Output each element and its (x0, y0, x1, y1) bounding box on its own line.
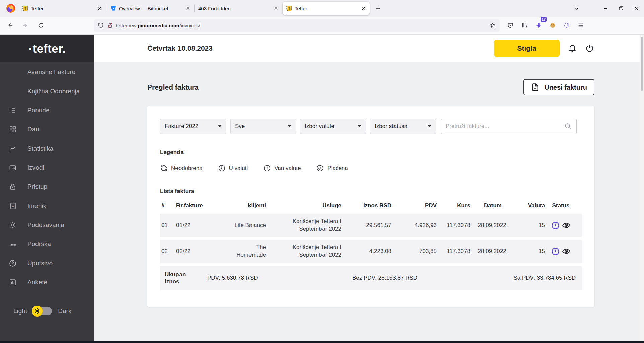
scrollbar-thumb[interactable] (641, 37, 643, 91)
col-header-br-fakture: Br.fakture (175, 202, 212, 209)
status-van-valute-icon[interactable] (551, 247, 560, 256)
legend-label: U valuti (229, 165, 248, 172)
download-count-badge: 17 (541, 17, 547, 22)
downloads-button[interactable]: 17 (532, 19, 545, 32)
add-invoice-label: Unesi fakturu (544, 83, 587, 91)
sidebar-item-label: Pristup (27, 183, 47, 190)
table-row[interactable]: 02 02/22 The Homemade Korišćenje Teftera… (160, 240, 582, 263)
sidebar-item-ankete[interactable]: Ankete (0, 273, 94, 292)
sun-icon (34, 308, 41, 315)
sidebar-item-podrska[interactable]: Podrška (0, 234, 94, 253)
cookie-extension-button[interactable] (547, 19, 559, 32)
table-row[interactable]: 01 01/22 Life Balance Korišćenje Teftera… (160, 214, 582, 237)
plus-icon (375, 6, 381, 11)
sidebar-item-dani[interactable]: Dani (0, 120, 94, 139)
logout-button[interactable] (585, 44, 594, 53)
sidebar-item-podesavanja[interactable]: Podešavanja (0, 215, 94, 234)
list-all-tabs-button[interactable] (569, 2, 584, 15)
view-invoice-eye-icon[interactable] (562, 247, 571, 256)
sidebar-item-izvodi[interactable]: Izvodi (0, 158, 94, 177)
sidebar: ·tefter. Avansne Fakture Knjižna Odobren… (0, 35, 94, 341)
chart-line-icon (8, 145, 17, 153)
tab-close-icon[interactable] (185, 6, 191, 11)
cell-kurs: 117.3078 (437, 248, 470, 255)
chevron-down-icon (358, 125, 361, 128)
new-tab-button[interactable] (372, 2, 384, 14)
tab-close-icon[interactable] (361, 6, 366, 11)
cell-iznos: 29.561,57 (341, 222, 391, 229)
cell-klijent: Life Balance (212, 222, 266, 229)
hamburger-menu-icon (578, 22, 584, 28)
tab-tefter-active[interactable]: T Tefter (283, 2, 370, 15)
legend-label: Van valute (274, 165, 301, 172)
tab-separator (194, 5, 195, 12)
bookmark-star-icon[interactable] (490, 22, 496, 28)
url-domain: pionirimedia.com (138, 23, 179, 28)
page-scrollbar[interactable] (640, 35, 644, 341)
tefter-favicon: T (22, 5, 28, 11)
col-header-valuta: Valuta (515, 202, 545, 209)
clock-icon (218, 164, 226, 172)
year-filter-dropdown[interactable]: Fakture 2022 (160, 119, 226, 134)
address-book-icon: A (8, 202, 17, 210)
tab-403-forbidden[interactable]: 403 Forbidden (195, 2, 282, 15)
stigla-status-button[interactable]: Stigla (494, 40, 560, 57)
tefter-favicon: T (286, 5, 292, 11)
theme-light-label: Light (13, 307, 27, 315)
cell-pdv: 4.926,93 (391, 222, 437, 229)
sidebar-item-pristup[interactable]: Pristup (0, 177, 94, 196)
forward-button[interactable] (19, 19, 31, 32)
sidebar-item-uputstvo[interactable]: Uputstvo (0, 253, 94, 273)
currency-filter-dropdown[interactable]: Izbor valute (300, 119, 366, 134)
sidebar-item-imenik[interactable]: A Imenik (0, 196, 94, 215)
tab-bitbucket[interactable]: Overview — Bitbucket (107, 2, 194, 15)
question-circle-icon (8, 259, 17, 267)
tab-close-icon[interactable] (97, 6, 102, 11)
search-icon[interactable] (564, 122, 572, 130)
theme-toggle-switch[interactable] (33, 307, 52, 315)
sidebar-item-label: Ankete (27, 279, 47, 286)
status-filter-value: Izbor statusa (375, 123, 407, 130)
cell-num: 02 (160, 248, 175, 255)
wallet-icon (8, 164, 17, 172)
tab-title: Overview — Bitbucket (119, 6, 183, 11)
extensions-button[interactable] (561, 19, 573, 32)
window-minimize-button[interactable] (598, 2, 613, 15)
app-logo[interactable]: ·tefter. (0, 35, 94, 62)
sidebar-item-label: Ponude (27, 107, 50, 114)
sidebar-item-ponude[interactable]: Ponude (0, 101, 94, 120)
gear-icon (8, 221, 17, 229)
sidebar-item-statistika[interactable]: Statistika (0, 139, 94, 158)
reload-button[interactable] (35, 19, 47, 32)
view-invoice-eye-icon[interactable] (562, 221, 571, 230)
pocket-button[interactable] (504, 19, 516, 32)
cell-valuta: 15 (515, 248, 545, 255)
firefox-menu-button[interactable] (3, 2, 18, 15)
notifications-button[interactable] (568, 44, 577, 53)
add-invoice-button[interactable]: Unesi fakturu (523, 79, 594, 95)
sidebar-item-label: Statistika (27, 145, 53, 152)
url-subdomain: tefternew. (116, 23, 138, 28)
status-filter-dropdown[interactable]: Izbor statusa (370, 119, 436, 134)
sidebar-item-avansne-fakture[interactable]: Avansne Fakture (0, 62, 94, 81)
sidebar-item-knjizna-odobrenja[interactable]: Knjižna Odobrenja (0, 81, 94, 101)
url-bar[interactable]: tefternew.pionirimedia.com/invoices/ (94, 19, 500, 32)
tab-tefter-1[interactable]: T Tefter (19, 2, 106, 15)
search-input[interactable] (446, 123, 564, 130)
status-van-valute-icon[interactable] (551, 221, 560, 230)
refresh-icon (160, 164, 168, 172)
back-button[interactable] (4, 19, 16, 32)
sidebar-item-label: Imenik (27, 202, 46, 210)
type-filter-dropdown[interactable]: Sve (230, 119, 296, 134)
library-button[interactable] (518, 19, 530, 32)
totals-bez-pdv: Bez PDV: 28.153,87 RSD (352, 275, 417, 281)
minimize-icon (603, 6, 608, 11)
app-menu-button[interactable] (575, 19, 587, 32)
window-close-button[interactable] (629, 2, 644, 15)
col-header-kurs: Kurs (437, 202, 470, 209)
cell-iznos: 4.223,08 (341, 248, 391, 255)
file-plus-icon (531, 83, 540, 92)
invoice-list-title: Lista faktura (160, 188, 582, 195)
window-restore-button[interactable] (613, 2, 629, 15)
tab-close-icon[interactable] (273, 6, 279, 11)
